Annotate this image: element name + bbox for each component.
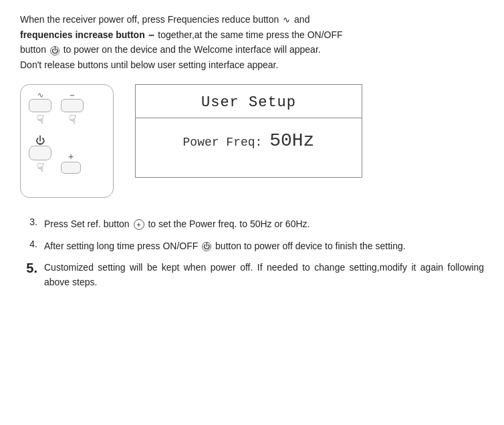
device-diagram: ∿ ☟ ⋯ ☟ ⏻ ☟ + <box>20 84 114 198</box>
step-4-text: After setting long time press ON/OFF ⏻ b… <box>44 239 484 253</box>
intro-paragraph: When the receiver power off, press Frequ… <box>20 12 484 72</box>
power-btn-icon-inline: ⏻ <box>50 46 59 55</box>
step-3: 3. Press Set ref. button + to set the Po… <box>20 217 484 231</box>
freq-increase-btn-label: ⋯ <box>70 92 75 99</box>
power-btn <box>29 146 51 160</box>
step-4: 4. After setting long time press ON/OFF … <box>20 239 484 253</box>
freq-reduce-btn <box>29 99 51 112</box>
power-btn-icon: ⏻ <box>35 135 45 146</box>
power-off-icon-step4: ⏻ <box>202 242 211 251</box>
device-bottom-buttons: ⏻ ☟ + <box>29 135 81 174</box>
freq-reduce-icon: ∿ <box>283 13 290 27</box>
freq-increase-btn-group: ⋯ ☟ <box>61 92 84 126</box>
step-5-num: 5. <box>20 260 37 276</box>
user-setup-title: User Setup <box>136 85 362 118</box>
intro-line2: together,at the same time press the ON/O… <box>155 29 342 40</box>
intro-line4: Don't release buttons until below user s… <box>20 59 278 70</box>
diagram-row: ∿ ☟ ⋯ ☟ ⏻ ☟ + User Setup <box>20 84 484 198</box>
set-ref-icon: + <box>134 219 144 230</box>
plus-icon: + <box>68 151 74 162</box>
step-5: 5. Customized setting will be kept when … <box>20 260 484 290</box>
device-top-buttons: ∿ ☟ ⋯ ☟ <box>29 92 84 126</box>
step-4-num: 4. <box>20 239 37 249</box>
intro-line1: When the receiver power off, press Frequ… <box>20 14 309 25</box>
freq-reduce-btn-label: ∿ <box>37 92 43 99</box>
finger-icon-3: ☟ <box>37 162 44 174</box>
freq-reduce-btn-group: ∿ ☟ <box>29 92 51 126</box>
step-3-text: Press Set ref. button + to set the Power… <box>44 217 484 231</box>
intro-line3: button ⏻ to power on the device and the … <box>20 44 321 55</box>
freq-increase-btn <box>61 99 84 112</box>
power-freq-value: 50Hz <box>269 130 314 151</box>
plus-btn-group: + <box>61 151 81 174</box>
plus-btn <box>61 162 81 174</box>
power-freq-label: Power Freq: <box>183 136 263 149</box>
step-3-num: 3. <box>20 217 37 227</box>
finger-icon-1: ☟ <box>37 114 44 126</box>
user-setup-body: Power Freq: 50Hz <box>136 118 362 163</box>
freq-increase-icon: ⋯ <box>149 29 154 43</box>
steps-list: 3. Press Set ref. button + to set the Po… <box>20 217 484 290</box>
step-5-text: Customized setting will be kept when pow… <box>44 260 484 290</box>
intro-bold: frequencies increase button ⋯ <box>20 29 155 40</box>
user-setup-screen: User Setup Power Freq: 50Hz <box>135 84 362 178</box>
finger-icon-2: ☟ <box>69 114 76 126</box>
power-btn-group: ⏻ ☟ <box>29 135 51 174</box>
